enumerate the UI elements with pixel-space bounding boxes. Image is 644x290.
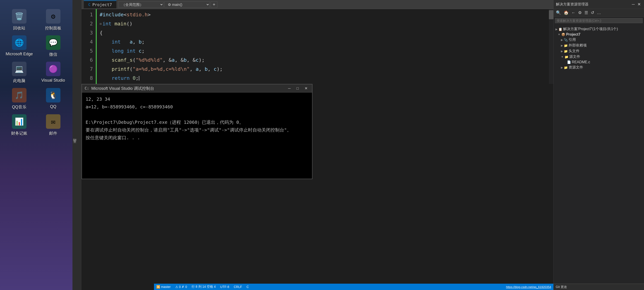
code-line-7: printf("a=%d,b=%d,c=%ld\n", a, b, c); [100,65,549,74]
code-line-6: scanf_s("%d%d%ld", &a, &b, &c); [100,56,549,65]
rpt-btn-back[interactable]: ← [570,10,576,16]
status-info: 行 8 列 14 空格 4 [192,285,216,289]
desktop-icon-recycle[interactable]: 🗑️ 回收站 [4,9,34,31]
qq-label: QQ [50,104,56,109]
debug-titlebar: C: Microsoft Visual Studio 调试控制台 ─ □ ✕ [82,84,312,92]
text-cursor [139,76,139,80]
thispc-label: 此电脑 [13,78,25,83]
str-fmt2: "a=%d,b=%d,c=%ld\n" [133,65,190,74]
header-files-arrow: ▶ [561,50,563,53]
se-source-files[interactable]: ▼ 📁 源文件 [556,54,642,60]
solution-search-input[interactable] [555,18,643,23]
qqmusic-label: QQ音乐 [12,104,26,110]
kw-return: return [112,74,130,83]
modified-indicator [96,9,97,84]
finance-label: 财务记账 [11,131,28,136]
vs-tab-project7[interactable]: C Project7 [84,1,116,8]
modified-bar [95,9,97,84]
desktop-icon-qq[interactable]: 🐧 QQ [38,88,68,110]
debug-line-4: E:\Project7\Debug\Project7.exe（进程 12060）… [86,118,308,126]
code-line-2: ⊟int main() [100,19,549,28]
kw-int: int [102,19,112,28]
right-panel-header: 解决方案资源管理器 ─ ✕ [554,0,644,9]
brace-open: { [100,28,102,37]
editor-scrollbar[interactable] [549,9,554,84]
git-label: Git 更改 [556,285,567,289]
desktop-icon-thispc[interactable]: 💻 此电脑 [4,62,34,83]
wechat-icon: 💬 [46,35,60,50]
add-scope-button[interactable]: + [210,1,218,8]
git-bar[interactable]: Git 更改 [554,284,644,290]
readme-c-icon: 📄 [567,60,571,64]
desktop-icons: 🗑️ 回收站 ⚙️ 控制面板 🌐 Microsoft Edge 💬 微信 💻 此… [0,5,72,140]
collapse-btn-2[interactable]: ⊟ [100,19,102,28]
str-fmt1: "%d%d%ld" [136,56,162,65]
fn-scanf: scanf_s [112,56,133,65]
se-external-deps[interactable]: ▶ 📁 外部依赖项 [556,43,642,48]
rpt-btn-settings[interactable]: ⚙ [577,10,583,16]
se-references[interactable]: ▶ 📎 引用 [556,37,642,43]
code-content[interactable]: #include<stdio.h> ⊟int main() { int a, b… [97,9,549,84]
rpt-btn-filter[interactable]: ☰ [584,10,589,16]
source-files-icon: 📁 [564,55,568,59]
source-files-label: 源文件 [569,54,580,59]
debug-line-6: 按任意键关闭此窗口. . . [86,134,308,141]
se-readme-c[interactable]: ▶ 📄 README.c [556,60,642,65]
rpt-btn-home[interactable]: 🏠 [563,10,570,16]
vs-statusbar: 🔀 master ⚠ 0 ✗ 0 行 8 列 14 空格 4 UTF-8 CRL… [154,284,554,290]
project-expand-arrow: ▼ [558,33,560,36]
qq-icon: 🐧 [46,88,60,102]
resource-files-arrow: ▶ [561,66,563,69]
debug-line-1: 12, 23 34 [86,95,308,103]
resource-files-label: 资源文件 [568,65,583,70]
edge-label: Microsoft Edge [6,52,33,56]
rpt-btn-refresh[interactable]: ↺ [590,10,595,16]
kw-long: long [112,47,124,56]
solution-explorer-tree: ▶ 📋 解决方案'Project7'(1个项目/共1个) ▼ 📦 Project… [554,25,644,290]
desktop-icon-finance[interactable]: 📊 财务记账 [4,114,34,136]
debug-restore-button[interactable]: □ [294,86,300,91]
recycle-icon: 🗑️ [12,9,26,24]
preprocessor-1: #include [100,10,124,19]
edge-icon: 🌐 [12,35,26,50]
line-numbers: 1 2 3 4 5 6 7 8 9 10 [82,9,95,84]
func-select[interactable]: ⚙ main() [164,1,210,8]
debug-minimize-button[interactable]: ─ [286,86,292,91]
num-0: 0 [133,74,136,83]
wechat-label: 微信 [49,52,57,57]
finance-icon: 📊 [12,114,26,129]
se-header-files[interactable]: ▶ 📁 头文件 [556,48,642,54]
fn-main: main [114,19,126,28]
rpt-btn-more[interactable]: … [596,10,602,16]
scrollbar-thumb[interactable] [549,10,554,19]
status-url[interactable]: https://blog.csdn.net/qq_61920354 [506,285,552,289]
se-resource-files[interactable]: ▶ 📁 资源文件 [556,65,642,70]
scope-select[interactable]: （全局范围） [118,1,164,8]
tab-icon: C [88,3,90,7]
desktop-icon-vs2019[interactable]: 🟣 Visual Studio [38,62,68,83]
kw-int-3: int [126,47,136,56]
vs-main: C Project7 （全局范围） ⚙ main() + 1 2 3 4 5 6… [82,0,554,290]
search-area [554,17,644,25]
rpt-btn-search[interactable]: 🔍 [555,10,562,16]
right-panel-title: 解决方案资源管理器 [556,2,588,7]
references-label: 引用 [568,37,576,42]
right-panel-close[interactable]: ✕ [636,1,642,7]
right-panel-minimize[interactable]: ─ [631,1,636,7]
se-project-root[interactable]: ▼ 📦 Project7 [556,32,642,37]
code-line-4: int a, b; [100,37,549,47]
desktop-icon-wechat[interactable]: 💬 微信 [38,35,68,57]
desktop-icon-email[interactable]: ✉️ 邮件 [38,114,68,136]
vs-right-panel: 解决方案资源管理器 ─ ✕ 🔍 🏠 ← ⚙ ☰ ↺ … ▶ 📋 解决方案'Pro… [554,0,644,290]
external-deps-label: 外部依赖项 [568,43,587,48]
recycle-label: 回收站 [13,25,25,31]
desktop-icon-edge[interactable]: 🌐 Microsoft Edge [4,35,34,57]
vs2019-icon: 🟣 [46,62,60,76]
debug-close-button[interactable]: ✕ [303,86,309,91]
desktop-icon-qqmusic[interactable]: 🎵 QQ音乐 [4,88,34,110]
var-b: b [138,37,142,47]
resource-files-icon: 📁 [564,66,568,69]
desktop-icon-controlpanel[interactable]: ⚙️ 控制面板 [38,9,68,31]
readme-c-label: README.c [572,60,590,64]
se-solution-root[interactable]: ▶ 📋 解决方案'Project7'(1个项目/共1个) [556,26,642,32]
